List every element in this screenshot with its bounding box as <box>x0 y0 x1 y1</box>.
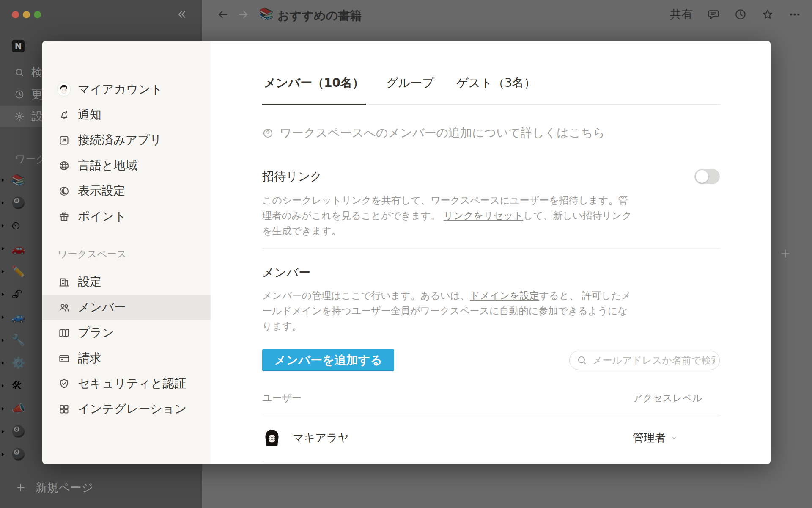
share-button[interactable]: 共有 <box>670 7 693 22</box>
moon-icon <box>57 185 71 197</box>
grid-icon <box>57 403 71 415</box>
expand-toggle-icon <box>0 223 5 229</box>
traffic-light-zoom[interactable] <box>34 11 41 18</box>
settings-sidebar: マイアカウント通知接続済みアプリ言語と地域表示設定ポイント ワークスペース 設定… <box>42 41 211 464</box>
workspace-logo[interactable]: N <box>12 40 25 52</box>
gift-icon <box>57 211 71 222</box>
expand-toggle-icon <box>0 383 5 389</box>
member-row: マキアラヤ管理者 <box>262 414 720 461</box>
member-search <box>569 351 720 370</box>
settings-item-label: ポイント <box>78 208 126 224</box>
members-desc-text: メンバーの管理はここで行います。あるいは、 <box>262 290 470 301</box>
members-tabs: メンバー（10名）グループゲスト（3名） <box>262 75 720 105</box>
sidebar-collapse-icon[interactable] <box>176 8 188 20</box>
settings-item-表示設定[interactable]: 表示設定 <box>42 178 211 204</box>
search-icon <box>14 67 25 77</box>
settings-modal: マイアカウント通知接続済みアプリ言語と地域表示設定ポイント ワークスペース 設定… <box>42 41 771 464</box>
traffic-light-minimize[interactable] <box>23 11 30 18</box>
new-page-label: 新規ページ <box>36 480 93 495</box>
settings-item-label: 表示設定 <box>78 183 125 199</box>
traffic-light-close[interactable] <box>12 11 19 18</box>
expand-toggle-icon <box>0 337 5 343</box>
chevron-down-icon <box>670 433 678 442</box>
expand-toggle-icon <box>0 406 5 411</box>
page-emoji-icon: 🖇 <box>11 288 22 301</box>
member-search-input[interactable] <box>592 354 716 366</box>
member-row-partial <box>262 461 720 464</box>
settings-item-label: セキュリティと認証 <box>78 375 187 392</box>
expand-toggle-icon <box>0 200 5 206</box>
search-icon <box>576 355 587 366</box>
invite-link-toggle[interactable] <box>694 169 720 184</box>
card-icon <box>57 353 71 364</box>
settings-item-セキュリティと認証[interactable]: セキュリティと認証 <box>42 371 211 396</box>
add-member-button[interactable]: メンバーを追加する <box>262 349 394 371</box>
settings-item-ポイント[interactable]: ポイント <box>42 204 211 229</box>
settings-item-label: 接続済みアプリ <box>78 132 162 148</box>
tab-groups[interactable]: グループ <box>384 75 436 105</box>
ellipsis-icon[interactable] <box>788 8 801 21</box>
invite-link-description: このシークレットリンクを共有して、ワークスペースにユーザーを招待します。管理者の… <box>262 193 634 238</box>
help-link[interactable]: ワークスペースへのメンバーの追加について詳しくはこちら <box>262 125 720 141</box>
settings-section-label: ワークスペース <box>58 248 211 261</box>
avatar-man <box>57 82 71 97</box>
access-level-dropdown[interactable]: 管理者 <box>627 431 720 445</box>
settings-item-設定[interactable]: 設定 <box>42 269 211 295</box>
members-description: メンバーの管理はここで行います。あるいは、ドメインを設定すると、 許可したメール… <box>262 288 634 334</box>
notion-window: 📚 おすすめの書籍 共有 N 検索更新設定 ワークスペース 📚🎱⏲🚗✏️🖇🚙🔧⚙… <box>0 0 812 508</box>
tab-guests[interactable]: ゲスト（3名） <box>455 75 538 105</box>
page-emoji-icon: 🚗 <box>11 242 25 255</box>
help-icon <box>262 127 274 139</box>
page-emoji-icon: ⚙️ <box>11 356 25 369</box>
column-access-level: アクセスレベル <box>627 392 720 405</box>
section-divider <box>262 248 720 249</box>
invite-link-heading: 招待リンク <box>262 168 322 185</box>
external-link-icon <box>57 135 71 146</box>
member-identity: マキアラヤ <box>262 428 627 447</box>
plus-icon <box>15 482 26 493</box>
clock-icon[interactable] <box>734 8 747 21</box>
help-link-label: ワークスペースへのメンバーの追加について詳しくはこちら <box>280 125 605 141</box>
settings-item-label: 設定 <box>78 274 102 290</box>
expand-toggle-icon <box>0 315 5 320</box>
expand-toggle-icon <box>0 360 5 366</box>
bell-icon <box>57 109 71 121</box>
page-emoji-icon: 🔧 <box>11 334 25 346</box>
page-emoji-icon: 📚 <box>11 174 25 186</box>
column-user: ユーザー <box>262 392 627 405</box>
back-icon[interactable] <box>217 8 229 21</box>
page-emoji-icon: 📚 <box>259 7 274 21</box>
new-page-button[interactable]: 新規ページ <box>0 477 202 499</box>
settings-item-メンバー[interactable]: メンバー <box>42 295 211 320</box>
page-title: おすすめの書籍 <box>277 8 362 24</box>
settings-content: メンバー（10名）グループゲスト（3名） ワークスペースへのメンバーの追加につい… <box>211 41 771 464</box>
set-domain-link[interactable]: ドメインを設定 <box>470 290 539 301</box>
comment-icon[interactable] <box>707 8 720 21</box>
settings-item-通知[interactable]: 通知 <box>42 102 211 127</box>
star-icon[interactable] <box>761 8 774 21</box>
page-emoji-icon: ⏲ <box>11 219 20 232</box>
page-emoji-icon: 🚙 <box>11 311 25 323</box>
toggle-knob <box>696 170 708 183</box>
forward-icon[interactable] <box>237 8 250 21</box>
gear-icon <box>14 111 25 121</box>
settings-item-label: 言語と地域 <box>78 157 137 174</box>
settings-item-label: 通知 <box>78 107 102 123</box>
page-emoji-icon: 📣 <box>11 402 25 415</box>
expand-toggle-icon <box>0 269 5 274</box>
settings-item-マイアカウント[interactable]: マイアカウント <box>42 77 211 102</box>
page-emoji-icon: 🎱 <box>11 448 25 461</box>
expand-toggle-icon <box>0 429 5 434</box>
settings-item-label: 請求 <box>78 350 102 366</box>
settings-item-言語と地域[interactable]: 言語と地域 <box>42 153 211 178</box>
settings-item-プラン[interactable]: プラン <box>42 320 211 345</box>
settings-item-接続済みアプリ[interactable]: 接続済みアプリ <box>42 127 211 153</box>
page-emoji-icon: 🛠 <box>11 379 22 392</box>
expand-toggle-icon <box>0 177 5 183</box>
settings-item-インテグレーション[interactable]: インテグレーション <box>42 396 211 422</box>
tab-members[interactable]: メンバー（10名） <box>262 75 366 105</box>
avatar <box>262 428 282 447</box>
reset-link[interactable]: リンクをリセット <box>444 210 523 221</box>
settings-item-請求[interactable]: 請求 <box>42 345 211 371</box>
add-row-icon <box>779 247 792 260</box>
